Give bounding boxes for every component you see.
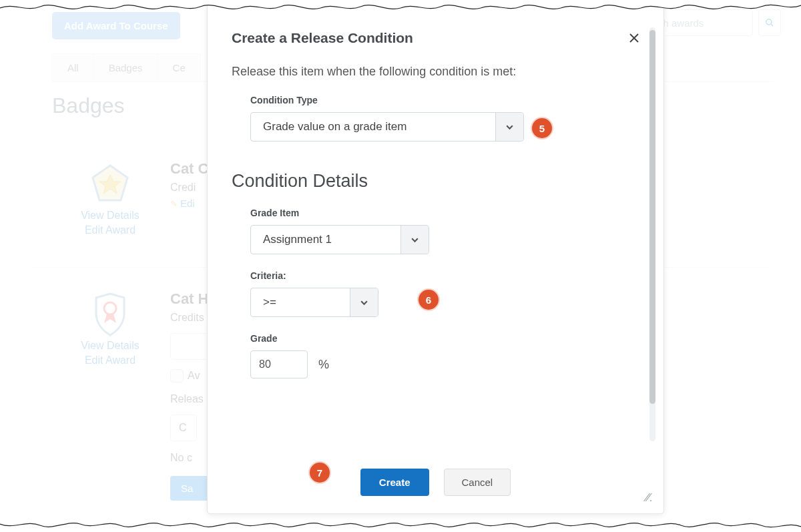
close-button[interactable] xyxy=(629,31,639,47)
dialog-subtitle: Release this item when the following con… xyxy=(232,65,639,79)
grade-label: Grade xyxy=(250,333,639,344)
grade-item-select[interactable]: Assignment 1 xyxy=(250,225,429,254)
callout-5: 5 xyxy=(532,118,552,138)
chevron-down-icon xyxy=(350,288,378,316)
criteria-select[interactable]: >= xyxy=(250,288,378,317)
grade-item-label: Grade Item xyxy=(250,208,639,218)
close-icon xyxy=(629,33,639,43)
condition-type-select[interactable]: Grade value on a grade item xyxy=(250,112,524,142)
grade-input[interactable] xyxy=(250,350,308,378)
criteria-value: >= xyxy=(251,288,350,316)
dialog-title: Create a Release Condition xyxy=(232,30,639,46)
scrollbar[interactable] xyxy=(649,27,655,441)
chevron-down-icon xyxy=(495,113,523,141)
create-button[interactable]: Create xyxy=(360,469,429,496)
grade-item-value: Assignment 1 xyxy=(251,226,400,254)
criteria-label: Criteria: xyxy=(250,270,639,281)
condition-type-label: Condition Type xyxy=(250,95,639,105)
callout-6: 6 xyxy=(419,290,439,310)
chevron-down-icon xyxy=(400,226,429,254)
resize-handle-icon[interactable]: ⁄⁄. xyxy=(646,492,653,504)
callout-7: 7 xyxy=(310,463,330,483)
cancel-button[interactable]: Cancel xyxy=(444,469,511,496)
release-condition-dialog: Create a Release Condition Release this … xyxy=(207,0,664,514)
condition-details-heading: Condition Details xyxy=(232,171,639,192)
percent-symbol: % xyxy=(318,358,329,372)
condition-type-value: Grade value on a grade item xyxy=(251,113,495,141)
